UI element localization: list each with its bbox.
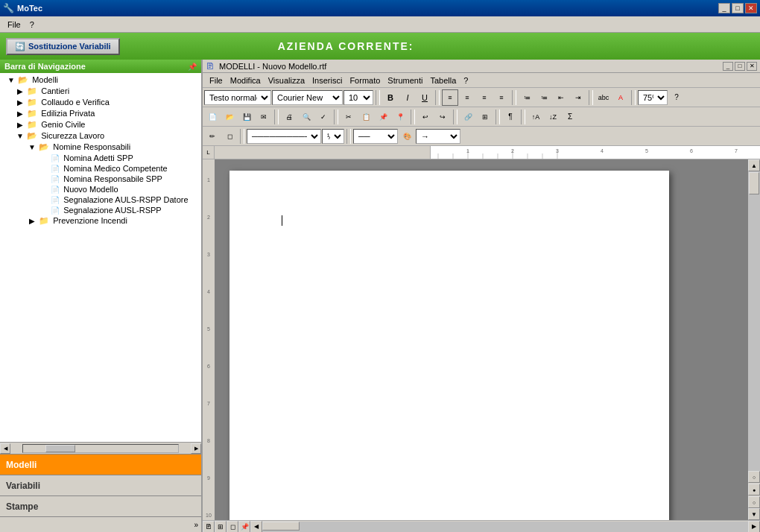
expand-prevenzione[interactable]: ▶ [28,217,37,225]
hscroll-doc-left[interactable]: ◀ [250,521,262,533]
font-dropdown[interactable]: Courier New [272,90,343,105]
close-button[interactable]: ✕ [745,3,757,13]
line-style-dropdown[interactable]: ────────── [247,129,321,144]
doc-menu-formato[interactable]: Formato [346,75,384,86]
page[interactable] [229,171,669,520]
fraction-dropdown[interactable]: ½ [322,129,344,144]
tree-node-modelli[interactable]: ▼ 📂 Modelli [1,75,200,86]
spelling-button[interactable]: abc [595,89,612,106]
hscroll-doc-track[interactable] [262,522,748,532]
tree-node-sicurezza[interactable]: ▼ 📂 Sicurezza Lavoro [1,130,200,142]
tree-node-prevenzione[interactable]: ▶ 📁 Prevenzione Incendi [1,215,200,227]
minimize-button[interactable]: _ [718,3,730,13]
draw2-button[interactable]: ◻ [221,128,238,145]
sort-asc[interactable]: ↑A [528,109,544,125]
expand-modelli[interactable]: ▼ [7,76,16,84]
menu-help[interactable]: ? [25,19,39,31]
table-button[interactable]: ⊞ [477,109,493,125]
align-left-button[interactable]: ≡ [442,89,458,106]
hscroll-thumb[interactable] [45,445,75,452]
bullets-button[interactable]: ≔ [519,89,535,106]
doc-status-icon4[interactable]: 📌 [238,521,250,533]
hscroll-doc-thumb[interactable] [262,522,300,531]
tree-node-nomine[interactable]: ▼ 📂 Nomine Responsabili [1,142,200,153]
numbering-button[interactable]: ≔ [536,89,552,106]
expand-collaudo[interactable]: ▶ [16,98,25,107]
hscroll-right[interactable]: ▶ [191,443,201,454]
draw-button[interactable]: ✏ [204,128,221,145]
tree-node-nomina-resp[interactable]: 📄 Nomina Responsabile SPP [1,174,200,184]
underline-button[interactable]: U [417,89,433,106]
maximize-button[interactable]: □ [732,3,744,13]
redo-button[interactable]: ↪ [434,109,451,125]
doc-scroll[interactable] [215,159,748,520]
doc-maximize-button[interactable]: □ [735,62,745,71]
hscroll-track[interactable] [22,444,179,453]
doc-status-icon3[interactable]: ◻ [227,521,238,533]
tree-node-cantieri[interactable]: ▶ 📁 Cantieri [1,86,200,97]
align-right-button[interactable]: ≡ [476,89,493,106]
doc-menu-help[interactable]: ? [460,75,472,86]
undo-button[interactable]: ↩ [417,109,434,125]
bold-button[interactable]: B [382,89,399,106]
preview-button[interactable]: 🔍 [298,109,314,125]
doc-status-icon2[interactable]: ⊞ [215,521,227,533]
tree-node-segnalazione-ausl[interactable]: 📄 Segnalazione AUSL-RSPP [1,205,200,215]
nav-btn-stampe[interactable]: Stampe [0,496,201,517]
nav-btn-variabili[interactable]: Variabili [0,475,201,496]
indent-increase[interactable]: ⇥ [570,89,586,106]
doc-menu-visualizza[interactable]: Visualizza [265,75,308,86]
align-center-button[interactable]: ≡ [459,89,475,106]
pilcrow-button[interactable]: ¶ [502,109,519,125]
expand-sicurezza[interactable]: ▼ [16,132,25,140]
doc-close-button[interactable]: ✕ [747,62,757,71]
print-button[interactable]: 🖨 [281,109,297,125]
font-color-button[interactable]: A [612,89,629,106]
sigma-button[interactable]: Σ [562,109,578,125]
tree-node-genio[interactable]: ▶ 📁 Genio Civile [1,119,200,130]
hscroll-doc-right[interactable]: ▶ [748,521,760,533]
menu-file[interactable]: File [3,19,25,31]
expand-cantieri[interactable]: ▶ [16,87,25,95]
vscroll-object[interactable]: ● [748,484,760,495]
arrow-style-dropdown[interactable]: → [416,129,460,144]
size-dropdown[interactable]: 10 [343,90,373,105]
line-type-dropdown[interactable]: ── [353,129,398,144]
vscroll-down[interactable]: ▼ [748,508,760,520]
doc-menu-modifica[interactable]: Modifica [227,75,265,86]
italic-button[interactable]: I [399,89,416,106]
email-button[interactable]: ✉ [256,109,272,125]
doc-menu-strumenti[interactable]: Strumenti [384,75,426,86]
open-button[interactable]: 📂 [221,109,238,125]
style-dropdown[interactable]: Testo normale [204,90,271,105]
vscroll-page-down[interactable]: ○ [748,496,760,508]
vscroll-thumb[interactable] [749,172,759,194]
vscroll-up[interactable]: ▲ [748,159,760,171]
tree-node-collaudo[interactable]: ▶ 📁 Collaudo e Verifica [1,97,200,108]
cut-button[interactable]: ✂ [341,109,357,125]
tree-node-nomina-adetti[interactable]: 📄 Nomina Adetti SPP [1,153,200,163]
hscroll-left[interactable]: ◀ [0,443,10,454]
tree-node-nomina-medico[interactable]: 📄 Nomina Medico Competente [1,163,200,174]
doc-menu-inserisci[interactable]: Inserisci [308,75,346,86]
justify-button[interactable]: ≡ [493,89,510,106]
paste-special[interactable]: 📍 [392,109,408,125]
expand-edilizia[interactable]: ▶ [16,110,25,118]
color-dropper[interactable]: 🎨 [399,128,415,145]
hyperlink-button[interactable]: 🔗 [460,109,476,125]
zoom-dropdown[interactable]: 75% [638,90,668,105]
expand-genio[interactable]: ▶ [16,121,25,129]
tree-area[interactable]: ▼ 📂 Modelli ▶ 📁 Cantieri ▶ 📁 Collaudo e [0,73,201,442]
doc-status-icon1[interactable]: 🖹 [203,521,215,533]
save-button[interactable]: 💾 [238,109,255,125]
help-button[interactable]: ? [668,89,685,106]
doc-minimize-button[interactable]: _ [723,62,733,71]
spellcheck2[interactable]: ✓ [315,109,332,125]
indent-decrease[interactable]: ⇤ [553,89,569,106]
paste-button[interactable]: 📌 [375,109,391,125]
tree-node-edilizia[interactable]: ▶ 📁 Edilizia Privata [1,108,200,119]
tree-node-nuovo-modello[interactable]: 📄 Nuovo Modello [1,184,200,194]
sort-desc[interactable]: ↓Z [545,109,561,125]
doc-menu-tabella[interactable]: Tabella [426,75,460,86]
nav-btn-modelli[interactable]: Modelli [0,455,201,475]
